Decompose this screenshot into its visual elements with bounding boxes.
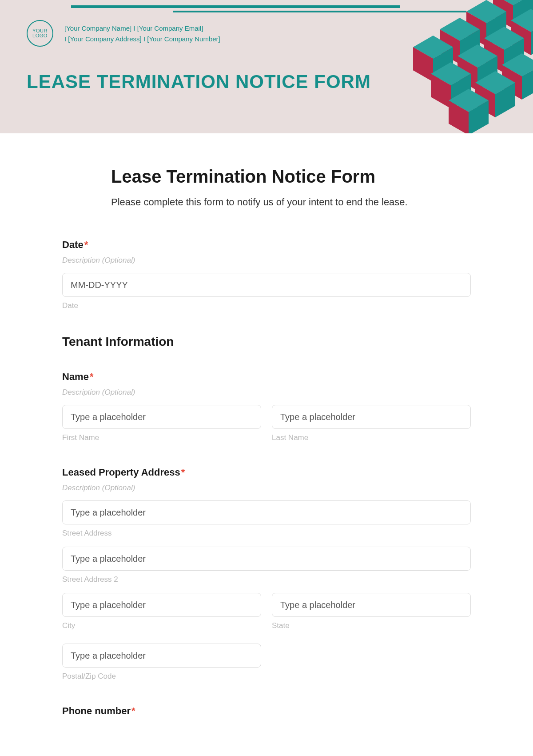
form-subtitle: Please complete this form to notify us o… — [111, 196, 471, 208]
city-input[interactable] — [62, 593, 261, 617]
logo-text-2: LOGO — [32, 33, 48, 38]
date-description: Description (Optional) — [62, 256, 471, 265]
street-address-2-sublabel: Street Address 2 — [62, 575, 471, 584]
postal-code-sublabel: Postal/Zip Code — [62, 672, 261, 681]
name-description: Description (Optional) — [62, 388, 471, 397]
date-input[interactable] — [62, 273, 471, 297]
phone-label: Phone number* — [62, 705, 471, 717]
header-band: YOUR LOGO [Your Company Name] I [Your Co… — [0, 0, 533, 133]
company-line-2: I [Your Company Address] I [Your Company… — [64, 34, 220, 44]
form-container: Lease Termination Notice Form Please com… — [0, 133, 533, 756]
street-address-2-input[interactable] — [62, 547, 471, 571]
company-info: [Your Company Name] I [Your Company Emai… — [64, 23, 220, 44]
form-title: Lease Termination Notice Form — [111, 167, 471, 187]
decorative-cubes — [360, 0, 533, 133]
street-address-input[interactable] — [62, 500, 471, 524]
name-label: Name* — [62, 371, 471, 383]
required-asterisk: * — [90, 371, 94, 382]
state-sublabel: State — [272, 621, 471, 630]
tenant-section-heading: Tenant Information — [62, 335, 471, 349]
name-field-block: Name* Description (Optional) First Name … — [62, 371, 471, 442]
logo-placeholder: YOUR LOGO — [27, 20, 53, 47]
last-name-input[interactable] — [272, 405, 471, 429]
address-description: Description (Optional) — [62, 484, 471, 492]
required-asterisk: * — [131, 705, 135, 716]
date-label: Date* — [62, 239, 471, 251]
state-input[interactable] — [272, 593, 471, 617]
required-asterisk: * — [181, 467, 185, 478]
required-asterisk: * — [84, 239, 88, 250]
postal-code-input[interactable] — [62, 644, 261, 668]
first-name-sublabel: First Name — [62, 433, 261, 442]
banner-title: LEASE TERMINATION NOTICE FORM — [27, 71, 371, 92]
date-field-block: Date* Description (Optional) Date — [62, 239, 471, 310]
company-line-1: [Your Company Name] I [Your Company Emai… — [64, 23, 220, 34]
address-label: Leased Property Address* — [62, 467, 471, 478]
phone-field-block: Phone number* — [62, 705, 471, 717]
city-sublabel: City — [62, 621, 261, 630]
date-sublabel: Date — [62, 301, 471, 310]
first-name-input[interactable] — [62, 405, 261, 429]
street-address-sublabel: Street Address — [62, 529, 471, 538]
address-field-block: Leased Property Address* Description (Op… — [62, 467, 471, 681]
last-name-sublabel: Last Name — [272, 433, 471, 442]
